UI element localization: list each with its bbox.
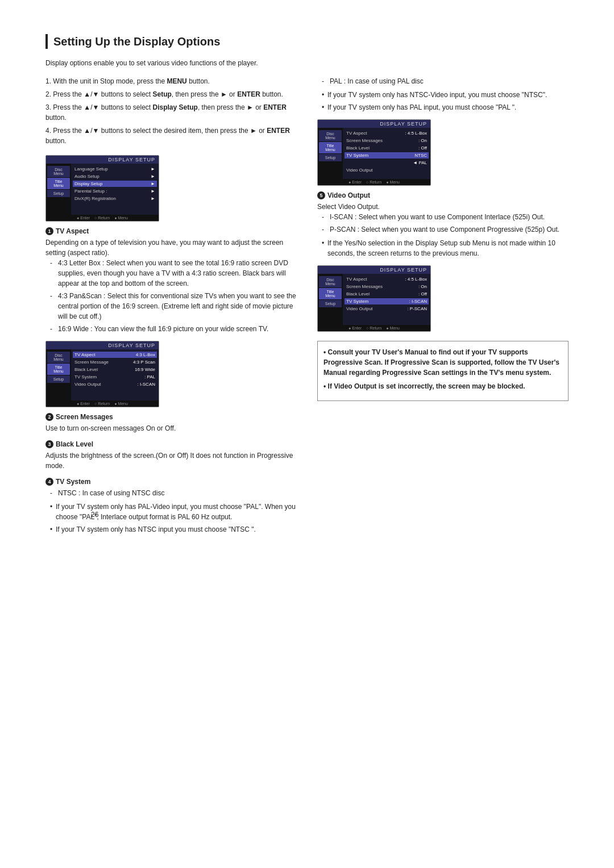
right-column: PAL : In case of using PAL disc If your … bbox=[317, 76, 569, 541]
tv-system-title: TV System bbox=[56, 478, 90, 486]
screen3-row-tvaspect: TV Aspect: 4:5 L-Box bbox=[346, 130, 427, 136]
screen3-sidebar: DiscMenu TitleMenu Setup bbox=[318, 128, 343, 179]
screen-messages-text: Use to turn on-screen messages On or Off… bbox=[45, 423, 297, 433]
screen2-sidebar-disc: DiscMenu bbox=[47, 352, 70, 363]
screen4-sidebar-disc: DiscMenu bbox=[319, 276, 342, 287]
screen2-row-tvsystem: TV System: PAL bbox=[74, 374, 155, 380]
black-level-body: Adjusts the brightness of the screen.(On… bbox=[45, 450, 297, 471]
black-level-num: 3 bbox=[45, 440, 53, 448]
tv-system-bullets: If your TV system only has PAL-Video inp… bbox=[45, 502, 297, 535]
screen3-sidebar-setup: Setup bbox=[319, 154, 342, 161]
screen-messages-num: 2 bbox=[45, 413, 53, 421]
steps-list: With the unit in Stop mode, press the ME… bbox=[45, 76, 297, 146]
bold-notes-box: • Consult your TV User's Manual to find … bbox=[317, 341, 569, 401]
screen-mockup-4: DISPLAY SETUP DiscMenu TitleMenu Setup T… bbox=[317, 265, 569, 332]
screen1-footer: ● Enter○ Return● Menu bbox=[46, 215, 159, 221]
page-title: Setting Up the Display Options bbox=[45, 34, 569, 49]
video-output-iscan: I-SCAN : Select when you want to use Com… bbox=[322, 212, 569, 222]
screen2-sidebar: DiscMenu TitleMenu Setup bbox=[46, 349, 71, 400]
screen4-row-tvsystem: TV System: I-SCAN bbox=[345, 298, 429, 304]
step-4: Press the ▲/▼ buttons to select the desi… bbox=[45, 126, 297, 146]
screen2-sidebar-setup: Setup bbox=[47, 375, 70, 383]
screen2-row-tvaspect: TV Aspect4:3 L-Box bbox=[73, 352, 157, 358]
tv-aspect-item-3: 16:9 Wide : You can view the full 16:9 p… bbox=[50, 324, 297, 334]
screen4-header: DISPLAY SETUP bbox=[318, 266, 430, 274]
screen3-row-videoout: Video Output bbox=[346, 167, 427, 173]
tv-system-label: 4 TV System bbox=[45, 478, 297, 486]
sidebar-setup: Setup bbox=[47, 190, 70, 197]
video-output-label: 5 Video Output bbox=[317, 191, 569, 199]
sidebar-title-menu: TitleMenu bbox=[47, 178, 70, 189]
screen2-footer: ● Enter○ Return● Menu bbox=[46, 400, 159, 407]
video-output-dash-list: I-SCAN : Select when you want to use Com… bbox=[317, 212, 569, 235]
screen4-sidebar-setup: Setup bbox=[319, 300, 342, 307]
screen3-row-screenmsg: Screen Messages: On bbox=[346, 137, 427, 144]
screen3-content: TV Aspect: 4:5 L-Box Screen Messages: On… bbox=[343, 128, 430, 179]
video-output-title: Video Output bbox=[327, 191, 370, 199]
step-1: With the unit in Stop mode, press the ME… bbox=[45, 76, 297, 86]
screen-messages-body: Use to turn on-screen messages On or Off… bbox=[45, 423, 297, 433]
tv-aspect-title: TV Aspect bbox=[56, 227, 89, 235]
tv-aspect-list: 4:3 Letter Box : Select when you want to… bbox=[45, 258, 297, 334]
screen3-sidebar-title: TitleMenu bbox=[319, 142, 342, 153]
screen-messages-label: 2 Screen Messages bbox=[45, 413, 297, 421]
intro-text: Display options enable you to set variou… bbox=[45, 58, 569, 68]
right-col-bullet-1: If your TV system only has NTSC-Video in… bbox=[322, 90, 569, 100]
screen4-row-blacklevel: Black Level: Off bbox=[346, 291, 427, 297]
tv-system-num: 4 bbox=[45, 478, 53, 486]
screen4-sidebar: DiscMenu TitleMenu Setup bbox=[318, 274, 343, 325]
screen3-row-tvsystem: TV SystemNTSC bbox=[345, 152, 429, 158]
black-level-title: Black Level bbox=[56, 440, 93, 448]
step-3: Press the ▲/▼ buttons to select Display … bbox=[45, 102, 297, 123]
screen4-content: TV Aspect: 4:5 L-Box Screen Messages: On… bbox=[343, 274, 430, 325]
sidebar-disc-menu: DiscMenu bbox=[47, 166, 70, 177]
screen1-row-display: Display Setup► bbox=[73, 181, 157, 187]
screen1-row-lang: Language Setup► bbox=[74, 166, 155, 172]
black-level-text: Adjusts the brightness of the screen.(On… bbox=[45, 450, 297, 471]
video-output-pscan: P-SCAN : Select when you want to use Com… bbox=[322, 224, 569, 235]
tv-aspect-item-2: 4:3 Pan&Scan : Select this for conventio… bbox=[50, 291, 297, 322]
step-2: Press the ▲/▼ buttons to select Setup, t… bbox=[45, 89, 297, 99]
screen2-sidebar-title: TitleMenu bbox=[47, 364, 70, 375]
screen4-row-screenmsg: Screen Messages: On bbox=[346, 283, 427, 290]
video-output-intro: Select Video Output. bbox=[317, 202, 569, 212]
screen2-row-videoout: Video Output: I-SCAN bbox=[74, 381, 155, 387]
screen1-sidebar: DiscMenu TitleMenu Setup bbox=[46, 164, 71, 215]
pal-dash-list: PAL : In case of using PAL disc bbox=[317, 76, 569, 86]
tv-aspect-num: 1 bbox=[45, 227, 53, 235]
page-content: Setting Up the Display Options Display o… bbox=[45, 34, 569, 541]
bold-note-1: • Consult your TV User's Manual to find … bbox=[323, 347, 562, 378]
screen4-row-videoout: Video Output: P-SCAN bbox=[346, 306, 427, 312]
tv-aspect-intro: Depending on a type of television you ha… bbox=[45, 237, 297, 258]
black-level-label: 3 Black Level bbox=[45, 440, 297, 448]
tv-system-item-1: NTSC : In case of using NTSC disc bbox=[50, 488, 297, 498]
screen3-row-pal: ◄ PAL bbox=[346, 160, 427, 166]
right-col-top: PAL : In case of using PAL disc If your … bbox=[317, 76, 569, 112]
screen2-row-blacklevel: Black Level16:9 Wide bbox=[74, 366, 155, 373]
tv-system-list: NTSC : In case of using NTSC disc bbox=[45, 488, 297, 498]
right-col-bullets: If your TV system only has NTSC-Video in… bbox=[317, 90, 569, 112]
video-output-bullets: If the Yes/No selection in the Display S… bbox=[317, 238, 569, 258]
screen-mockup-3: DISPLAY SETUP DiscMenu TitleMenu Setup T… bbox=[317, 119, 569, 186]
screen1-header: DISPLAY SETUP bbox=[46, 156, 159, 164]
left-column: With the unit in Stop mode, press the ME… bbox=[45, 76, 297, 541]
screen3-row-blacklevel: Black Level: Off bbox=[346, 145, 427, 151]
screen3-header: DISPLAY SETUP bbox=[318, 120, 430, 128]
screen3-sidebar-disc: DiscMenu bbox=[319, 130, 342, 141]
screen-mockup-2: DISPLAY SETUP DiscMenu TitleMenu Setup T… bbox=[45, 341, 297, 407]
page-number: 26 bbox=[91, 511, 98, 519]
tv-system-bullet-2: If your TV system only has NTSC input yo… bbox=[50, 524, 297, 535]
bold-note-2: • If Video Output is set incorrectly, th… bbox=[323, 381, 562, 391]
screen2-header: DISPLAY SETUP bbox=[46, 341, 159, 349]
screen1-row-divx: DivX(R) Registration► bbox=[74, 195, 155, 202]
tv-aspect-item-1: 4:3 Letter Box : Select when you want to… bbox=[50, 258, 297, 289]
pal-dash-item: PAL : In case of using PAL disc bbox=[322, 76, 569, 86]
video-output-body: Select Video Output. I-SCAN : Select whe… bbox=[317, 202, 569, 258]
screen2-row-screenmsg: Screen Message4:3 P Scan bbox=[74, 359, 155, 365]
tv-aspect-label: 1 TV Aspect bbox=[45, 227, 297, 235]
screen-messages-title: Screen Messages bbox=[56, 413, 113, 421]
screen2-content: TV Aspect4:3 L-Box Screen Message4:3 P S… bbox=[71, 349, 159, 400]
tv-system-body: NTSC : In case of using NTSC disc If you… bbox=[45, 488, 297, 535]
screen-mockup-1: DISPLAY SETUP DiscMenu TitleMenu Setup L… bbox=[45, 155, 297, 222]
main-columns: With the unit in Stop mode, press the ME… bbox=[45, 76, 569, 541]
